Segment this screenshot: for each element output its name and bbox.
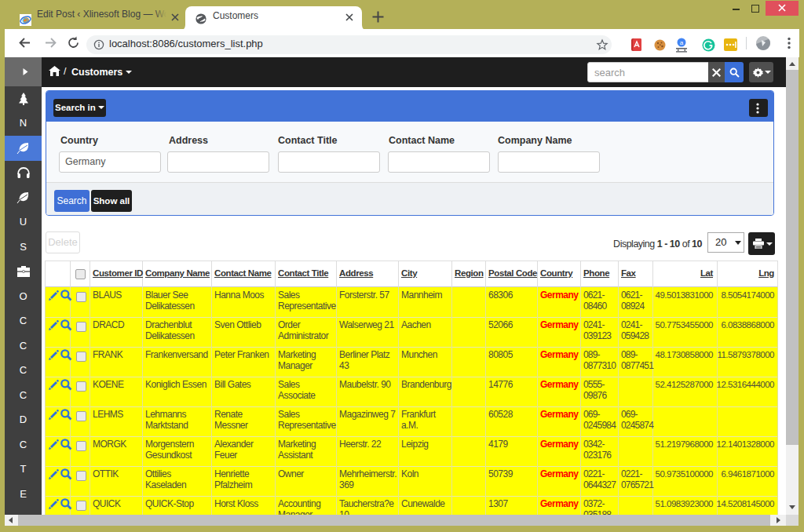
svg-text:a: a bbox=[680, 39, 684, 46]
